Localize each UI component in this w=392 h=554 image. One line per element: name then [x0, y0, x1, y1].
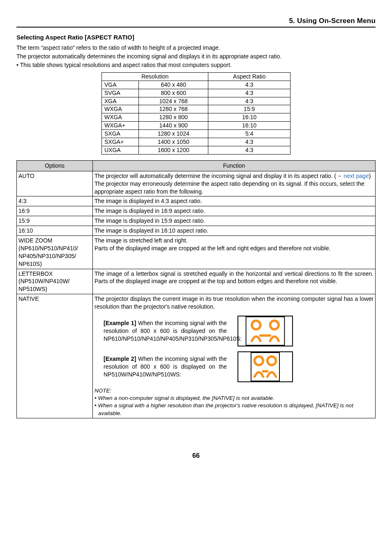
- arrow-icon: →: [336, 173, 344, 179]
- options-header: Options: [17, 160, 93, 171]
- table-row: XGA1024 x 7684:3: [102, 97, 291, 105]
- table-row: AUTO The projector will automatically de…: [17, 171, 376, 196]
- resolution-table: Resolution Aspect Ratio VGA640 x 4804:3 …: [101, 72, 291, 155]
- aspect-43-icon: [238, 316, 293, 346]
- opt-auto-fn: The projector will automatically determi…: [93, 171, 376, 196]
- table-row: 15:9The image is displayed in 15:9 aspec…: [17, 216, 376, 226]
- wide-text-2: Parts of the displayed image are cropped…: [95, 245, 330, 252]
- wide-text-1: The image is stretched left and right.: [95, 237, 187, 244]
- table-row: 16:10The image is displayed in 16:10 asp…: [17, 226, 376, 236]
- svg-point-6: [267, 356, 276, 365]
- aspect-wide-icon: [238, 351, 293, 382]
- note-block: NOTE: • When a non-computer signal is di…: [95, 387, 374, 417]
- intro-bullet: • This table shows typical resolutions a…: [16, 61, 376, 69]
- table-row: WXGA1280 x 76815:9: [102, 105, 291, 113]
- opt-auto-label: AUTO: [17, 171, 93, 196]
- note-2: • When a signal with a higher resolution…: [95, 402, 374, 417]
- svg-point-2: [270, 321, 279, 329]
- native-intro: The projector displays the current image…: [95, 295, 374, 311]
- intro-p1: The term “aspect ratio” refers to the ra…: [16, 44, 376, 52]
- table-row: SXGA+1400 x 10504:3: [102, 138, 291, 146]
- auto-text-1: The projector will automatically determi…: [95, 173, 336, 179]
- res-header-ratio: Aspect Ratio: [208, 72, 291, 81]
- chapter-heading: 5. Using On-Screen Menu: [16, 16, 376, 28]
- table-row: SVGA800 x 6004:3: [102, 89, 291, 97]
- function-header: Function: [93, 160, 376, 171]
- auto-text-paren: ): [369, 173, 371, 179]
- page-number: 66: [16, 451, 376, 460]
- options-table: Options Function AUTO The projector will…: [16, 160, 376, 418]
- example-1: [Example 1] When the incoming signal wit…: [104, 316, 374, 346]
- section-title: Selecting Aspect Ratio [ASPECT RATIO]: [16, 33, 376, 42]
- example-2: [Example 2] When the incoming signal wit…: [104, 351, 374, 382]
- table-row: UXGA1600 x 12004:3: [102, 146, 291, 154]
- table-row: NATIVE The projector displays the curren…: [17, 294, 376, 418]
- res-header-resolution: Resolution: [102, 72, 208, 81]
- ex2-label: [Example 2]: [104, 355, 136, 362]
- svg-point-1: [252, 321, 261, 329]
- table-row: 16:9The image is displayed in 16:9 aspec…: [17, 206, 376, 216]
- table-row: WXGA+1440 x 90016:10: [102, 122, 291, 130]
- note-1: • When a non-computer signal is displaye…: [95, 395, 374, 402]
- ex1-label: [Example 1]: [104, 320, 136, 326]
- auto-text-2: The projector may erroneously determine …: [95, 180, 364, 195]
- table-row: 4:3The image is displayed in 4:3 aspect …: [17, 196, 376, 206]
- intro-p2: The projector automatically determines t…: [16, 53, 376, 60]
- table-row: VGA640 x 4804:3: [102, 81, 291, 89]
- svg-point-5: [254, 356, 263, 365]
- table-row: WXGA1280 x 80016:10: [102, 113, 291, 122]
- table-row: WIDE ZOOM (NP610/NP510/NP410/ NP405/NP31…: [17, 236, 376, 269]
- table-row: SXGA1280 x 10245:4: [102, 130, 291, 138]
- next-page-link[interactable]: next page: [344, 173, 369, 179]
- note-title: NOTE:: [95, 387, 374, 395]
- table-row: LETTERBOX (NP510W/NP410W/ NP510WS) The i…: [17, 269, 376, 294]
